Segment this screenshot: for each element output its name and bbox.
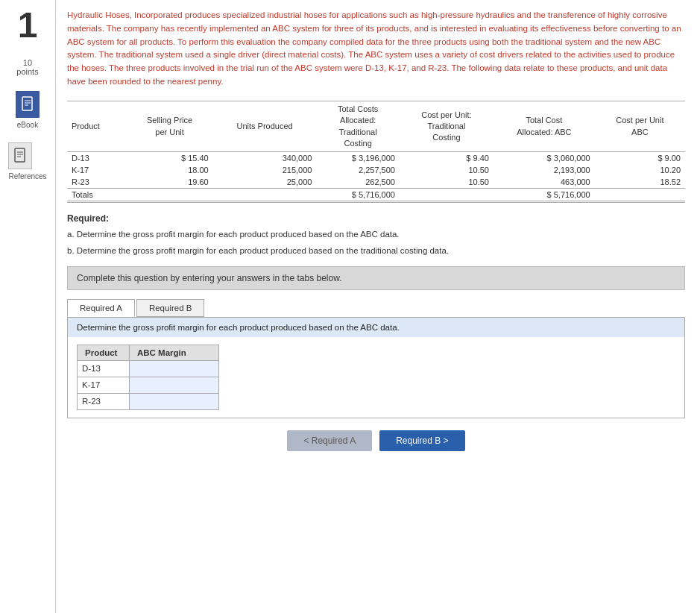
cell-totals-label: Totals	[67, 189, 126, 202]
cell-product-d13: D-13	[67, 152, 126, 165]
svg-rect-4	[15, 148, 25, 162]
complete-box: Complete this question by entering your …	[67, 266, 685, 290]
cell-totals-units	[213, 189, 317, 202]
answer-th-product: Product	[78, 345, 130, 360]
references-label: References	[8, 172, 46, 180]
table-row: R-23 19.60 25,000 262,500 10.50 463,000 …	[67, 176, 685, 189]
answer-field-r23[interactable]	[134, 397, 214, 406]
answer-input-d13[interactable]	[130, 360, 219, 377]
th-units-produced: Units Produced	[213, 101, 317, 152]
cell-cpu-trad-r23: 10.50	[400, 176, 494, 189]
tab-content-area: Determine the gross profit margin for ea…	[67, 318, 685, 418]
points-label: 10points	[16, 58, 38, 76]
required-item-a: a. Determine the gross profit margin for…	[67, 228, 685, 241]
answer-row-d13: D-13	[78, 360, 219, 377]
tab-required-b[interactable]: Required B	[136, 299, 205, 317]
required-item-b: b. Determine the gross profit margin for…	[67, 245, 685, 257]
cell-total-abc-k17: 2,193,000	[494, 164, 595, 176]
th-cpu-traditional: Cost per Unit:TraditionalCosting	[400, 101, 494, 152]
answer-product-k17: K-17	[78, 377, 130, 393]
ebook-label: eBook	[16, 121, 40, 129]
ebook-icon[interactable]	[16, 91, 40, 118]
answer-input-k17[interactable]	[130, 377, 219, 393]
next-button[interactable]: Required B >	[379, 430, 464, 451]
cell-totals-price	[126, 189, 212, 202]
references-icon[interactable]	[8, 142, 32, 169]
th-total-traditional: Total CostsAllocated:TraditionalCosting	[316, 101, 400, 152]
cell-units-r23: 25,000	[213, 176, 317, 189]
table-row-totals: Totals $ 5,716,000 $ 5,716,000	[67, 189, 685, 202]
cell-product-k17: K-17	[67, 164, 126, 176]
answer-table-container: Product ABC Margin D-13 K-17	[68, 337, 684, 418]
cell-totals-abc: $ 5,716,000	[494, 189, 595, 202]
table-row: D-13 $ 15.40 340,000 $ 3,196,000 $ 9.40 …	[67, 152, 685, 165]
cell-units-d13: 340,000	[213, 152, 317, 165]
data-table: Product Selling Priceper Unit Units Prod…	[67, 101, 685, 204]
tab-required-a[interactable]: Required A	[67, 299, 135, 317]
cell-total-trad-d13: $ 3,196,000	[316, 152, 400, 165]
cell-cpu-trad-k17: 10.50	[400, 164, 494, 176]
answer-row-k17: K-17	[78, 377, 219, 393]
cell-totals-cpu-abc	[595, 189, 685, 202]
required-heading: Required:	[67, 213, 685, 224]
answer-product-r23: R-23	[78, 393, 130, 409]
cell-cpu-abc-r23: 18.52	[595, 176, 685, 189]
th-selling-price: Selling Priceper Unit	[126, 101, 212, 152]
cell-cpu-abc-d13: $ 9.00	[595, 152, 685, 165]
cell-total-abc-r23: 463,000	[494, 176, 595, 189]
answer-field-k17[interactable]	[134, 380, 214, 389]
th-total-abc: Total CostAllocated: ABC	[494, 101, 595, 152]
cell-total-trad-k17: 2,257,500	[316, 164, 400, 176]
nav-buttons: < Required A Required B >	[67, 430, 685, 451]
required-section: Required: a. Determine the gross profit …	[67, 213, 685, 257]
tab-instruction: Determine the gross profit margin for ea…	[68, 318, 684, 337]
cell-price-d13: $ 15.40	[126, 152, 212, 165]
cell-total-trad-r23: 262,500	[316, 176, 400, 189]
cell-totals-cpu-trad	[400, 189, 494, 202]
cell-totals-trad: $ 5,716,000	[316, 189, 400, 202]
cell-product-r23: R-23	[67, 176, 126, 189]
th-product: Product	[67, 101, 126, 152]
question-number: 1	[18, 7, 38, 43]
answer-field-d13[interactable]	[134, 364, 214, 373]
answer-product-d13: D-13	[78, 360, 130, 377]
cell-units-k17: 215,000	[213, 164, 317, 176]
cell-cpu-abc-k17: 10.20	[595, 164, 685, 176]
cell-cpu-trad-d13: $ 9.40	[400, 152, 494, 165]
th-cpu-abc: Cost per UnitABC	[595, 101, 685, 152]
svg-rect-0	[22, 97, 32, 110]
cell-total-abc-d13: $ 3,060,000	[494, 152, 595, 165]
answer-input-r23[interactable]	[130, 393, 219, 409]
answer-table: Product ABC Margin D-13 K-17	[77, 345, 219, 410]
intro-text: Hydraulic Hoses, Incorporated produces s…	[67, 9, 685, 89]
answer-th-abc-margin: ABC Margin	[130, 345, 219, 360]
cell-price-r23: 19.60	[126, 176, 212, 189]
prev-button[interactable]: < Required A	[287, 430, 372, 451]
cell-price-k17: 18.00	[126, 164, 212, 176]
tabs-row: Required A Required B	[67, 299, 685, 318]
table-row: K-17 18.00 215,000 2,257,500 10.50 2,193…	[67, 164, 685, 176]
answer-row-r23: R-23	[78, 393, 219, 409]
